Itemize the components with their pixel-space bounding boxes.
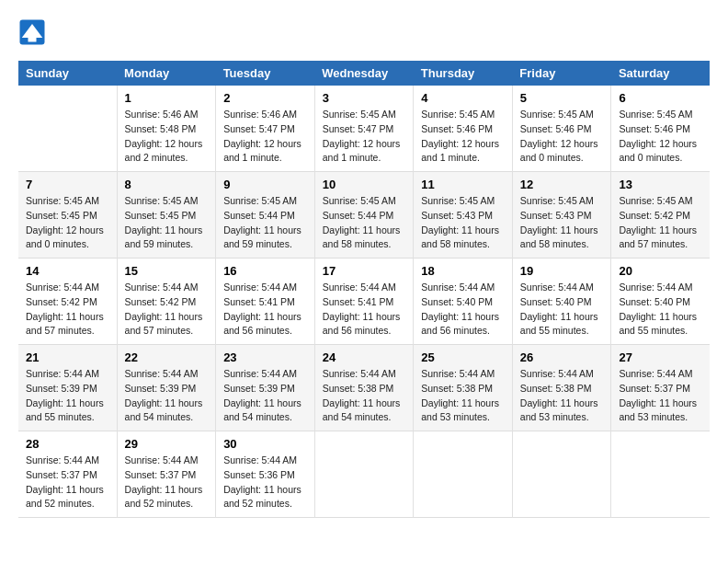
day-number: 26: [520, 350, 604, 364]
week-row-4: 21Sunrise: 5:44 AMSunset: 5:39 PMDayligh…: [18, 345, 710, 431]
day-number: 13: [619, 178, 702, 191]
day-number: 21: [26, 350, 109, 364]
calendar-cell: 25Sunrise: 5:44 AMSunset: 5:38 PMDayligh…: [414, 345, 513, 431]
day-info: Sunrise: 5:44 AMSunset: 5:42 PMDaylight:…: [26, 281, 109, 339]
calendar-cell: 1Sunrise: 5:46 AMSunset: 5:48 PMDaylight…: [117, 86, 216, 172]
day-info: Sunrise: 5:44 AMSunset: 5:37 PMDaylight:…: [125, 454, 209, 511]
day-number: 2: [223, 91, 307, 105]
day-number: 22: [125, 350, 209, 364]
day-number: 5: [520, 91, 604, 105]
day-number: 19: [520, 264, 604, 278]
calendar-cell: [414, 431, 513, 518]
calendar-cell: 8Sunrise: 5:45 AMSunset: 5:45 PMDaylight…: [117, 172, 216, 259]
calendar-table: SundayMondayTuesdayWednesdayThursdayFrid…: [18, 61, 710, 518]
calendar-cell: 13Sunrise: 5:45 AMSunset: 5:42 PMDayligh…: [611, 172, 710, 259]
day-number: 30: [223, 437, 307, 451]
week-row-3: 14Sunrise: 5:44 AMSunset: 5:42 PMDayligh…: [18, 259, 710, 345]
calendar-cell: 26Sunrise: 5:44 AMSunset: 5:38 PMDayligh…: [512, 345, 611, 431]
day-number: 8: [125, 178, 209, 191]
day-info: Sunrise: 5:44 AMSunset: 5:40 PMDaylight:…: [520, 281, 604, 339]
calendar-cell: 10Sunrise: 5:45 AMSunset: 5:44 PMDayligh…: [314, 172, 414, 259]
day-info: Sunrise: 5:44 AMSunset: 5:38 PMDaylight:…: [421, 367, 505, 425]
day-info: Sunrise: 5:45 AMSunset: 5:42 PMDaylight:…: [619, 194, 702, 252]
day-number: 11: [421, 178, 505, 191]
calendar-cell: 24Sunrise: 5:44 AMSunset: 5:38 PMDayligh…: [314, 345, 414, 431]
calendar-cell: 12Sunrise: 5:45 AMSunset: 5:43 PMDayligh…: [512, 172, 611, 259]
day-info: Sunrise: 5:45 AMSunset: 5:45 PMDaylight:…: [26, 194, 109, 252]
day-info: Sunrise: 5:44 AMSunset: 5:41 PMDaylight:…: [323, 281, 406, 339]
calendar-cell: 7Sunrise: 5:45 AMSunset: 5:45 PMDaylight…: [18, 172, 117, 259]
calendar-cell: 28Sunrise: 5:44 AMSunset: 5:37 PMDayligh…: [18, 431, 117, 518]
day-info: Sunrise: 5:44 AMSunset: 5:42 PMDaylight:…: [125, 281, 209, 339]
header-day-saturday: Saturday: [611, 61, 710, 86]
header-day-friday: Friday: [512, 61, 611, 86]
day-info: Sunrise: 5:44 AMSunset: 5:41 PMDaylight:…: [223, 281, 307, 339]
week-row-2: 7Sunrise: 5:45 AMSunset: 5:45 PMDaylight…: [18, 172, 710, 259]
day-number: 3: [323, 91, 406, 105]
logo: [18, 18, 48, 46]
header-day-monday: Monday: [117, 61, 216, 86]
day-info: Sunrise: 5:45 AMSunset: 5:46 PMDaylight:…: [421, 108, 505, 166]
day-number: 6: [619, 91, 702, 105]
day-number: 18: [421, 264, 505, 278]
calendar-cell: 5Sunrise: 5:45 AMSunset: 5:46 PMDaylight…: [512, 86, 611, 172]
day-info: Sunrise: 5:44 AMSunset: 5:39 PMDaylight:…: [125, 367, 209, 425]
header-day-wednesday: Wednesday: [314, 61, 414, 86]
day-number: 17: [323, 264, 406, 278]
page-header: [18, 18, 710, 46]
calendar-header-row: SundayMondayTuesdayWednesdayThursdayFrid…: [18, 61, 710, 86]
calendar-cell: 29Sunrise: 5:44 AMSunset: 5:37 PMDayligh…: [117, 431, 216, 518]
day-number: 23: [223, 350, 307, 364]
day-info: Sunrise: 5:44 AMSunset: 5:40 PMDaylight:…: [421, 281, 505, 339]
day-info: Sunrise: 5:44 AMSunset: 5:36 PMDaylight:…: [223, 454, 307, 511]
day-number: 25: [421, 350, 505, 364]
day-info: Sunrise: 5:44 AMSunset: 5:38 PMDaylight:…: [323, 367, 406, 425]
calendar-cell: 20Sunrise: 5:44 AMSunset: 5:40 PMDayligh…: [611, 259, 710, 345]
day-info: Sunrise: 5:45 AMSunset: 5:44 PMDaylight:…: [223, 194, 307, 252]
calendar-cell: 16Sunrise: 5:44 AMSunset: 5:41 PMDayligh…: [216, 259, 315, 345]
day-number: 20: [619, 264, 702, 278]
day-number: 4: [421, 91, 505, 105]
day-number: 24: [323, 350, 406, 364]
day-info: Sunrise: 5:46 AMSunset: 5:48 PMDaylight:…: [125, 108, 209, 166]
calendar-cell: 23Sunrise: 5:44 AMSunset: 5:39 PMDayligh…: [216, 345, 315, 431]
day-info: Sunrise: 5:44 AMSunset: 5:37 PMDaylight:…: [26, 454, 109, 511]
day-info: Sunrise: 5:44 AMSunset: 5:39 PMDaylight:…: [26, 367, 109, 425]
calendar-cell: 22Sunrise: 5:44 AMSunset: 5:39 PMDayligh…: [117, 345, 216, 431]
day-info: Sunrise: 5:44 AMSunset: 5:37 PMDaylight:…: [619, 367, 702, 425]
logo-icon: [18, 18, 46, 46]
day-info: Sunrise: 5:44 AMSunset: 5:39 PMDaylight:…: [223, 367, 307, 425]
header-day-tuesday: Tuesday: [216, 61, 315, 86]
day-number: 14: [26, 264, 109, 278]
calendar-cell: 30Sunrise: 5:44 AMSunset: 5:36 PMDayligh…: [216, 431, 315, 518]
day-number: 10: [323, 178, 406, 191]
calendar-cell: 18Sunrise: 5:44 AMSunset: 5:40 PMDayligh…: [414, 259, 513, 345]
calendar-cell: 27Sunrise: 5:44 AMSunset: 5:37 PMDayligh…: [611, 345, 710, 431]
calendar-cell: 2Sunrise: 5:46 AMSunset: 5:47 PMDaylight…: [216, 86, 315, 172]
calendar-cell: 4Sunrise: 5:45 AMSunset: 5:46 PMDaylight…: [414, 86, 513, 172]
calendar-cell: 19Sunrise: 5:44 AMSunset: 5:40 PMDayligh…: [512, 259, 611, 345]
header-day-thursday: Thursday: [414, 61, 513, 86]
day-info: Sunrise: 5:46 AMSunset: 5:47 PMDaylight:…: [223, 108, 307, 166]
day-number: 9: [223, 178, 307, 191]
day-number: 29: [125, 437, 209, 451]
header-day-sunday: Sunday: [18, 61, 117, 86]
day-info: Sunrise: 5:45 AMSunset: 5:44 PMDaylight:…: [323, 194, 406, 252]
day-number: 28: [26, 437, 109, 451]
day-info: Sunrise: 5:45 AMSunset: 5:46 PMDaylight:…: [619, 108, 702, 166]
calendar-cell: 17Sunrise: 5:44 AMSunset: 5:41 PMDayligh…: [314, 259, 414, 345]
day-number: 27: [619, 350, 702, 364]
day-info: Sunrise: 5:45 AMSunset: 5:43 PMDaylight:…: [520, 194, 604, 252]
calendar-cell: 6Sunrise: 5:45 AMSunset: 5:46 PMDaylight…: [611, 86, 710, 172]
day-number: 12: [520, 178, 604, 191]
calendar-cell: [512, 431, 611, 518]
calendar-cell: [611, 431, 710, 518]
calendar-cell: 14Sunrise: 5:44 AMSunset: 5:42 PMDayligh…: [18, 259, 117, 345]
calendar-cell: 3Sunrise: 5:45 AMSunset: 5:47 PMDaylight…: [314, 86, 414, 172]
calendar-cell: [314, 431, 414, 518]
day-number: 1: [125, 91, 209, 105]
week-row-1: 1Sunrise: 5:46 AMSunset: 5:48 PMDaylight…: [18, 86, 710, 172]
calendar-cell: 15Sunrise: 5:44 AMSunset: 5:42 PMDayligh…: [117, 259, 216, 345]
day-info: Sunrise: 5:45 AMSunset: 5:43 PMDaylight:…: [421, 194, 505, 252]
week-row-5: 28Sunrise: 5:44 AMSunset: 5:37 PMDayligh…: [18, 431, 710, 518]
